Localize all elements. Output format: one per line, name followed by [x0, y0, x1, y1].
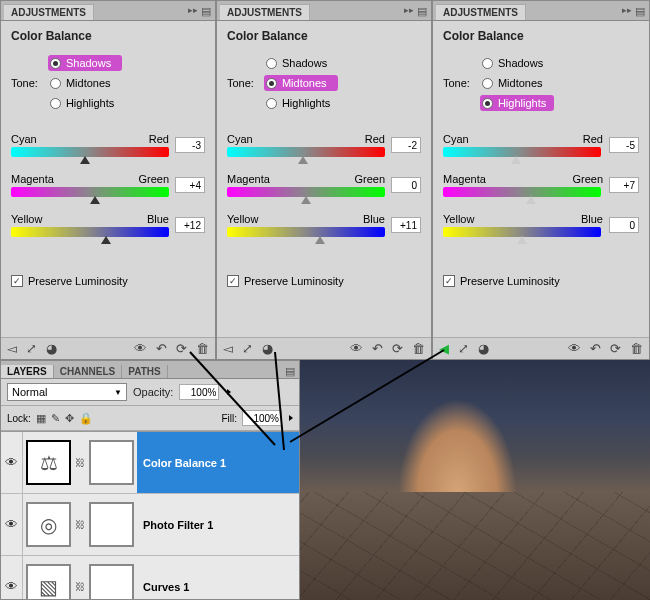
cyan-red-value[interactable]	[391, 137, 421, 153]
layer-name[interactable]: Photo Filter 1	[137, 494, 299, 555]
trash-icon[interactable]: 🗑	[196, 341, 209, 356]
eye-icon[interactable]: 👁	[134, 341, 147, 356]
blend-mode-select[interactable]: Normal ▼	[7, 383, 127, 401]
link-icon[interactable]: ⛓	[75, 457, 85, 468]
lock-position-icon[interactable]: ✥	[65, 412, 74, 425]
tone-highlights[interactable]: Highlights	[480, 95, 554, 111]
tab-paths[interactable]: PATHS	[122, 365, 167, 378]
clip-icon[interactable]: ◕	[46, 341, 57, 356]
slider-thumb-icon[interactable]	[511, 156, 521, 164]
mask-thumb[interactable]	[89, 440, 134, 485]
yellow-blue-slider[interactable]	[443, 227, 601, 237]
yellow-blue-value[interactable]	[609, 217, 639, 233]
slider-thumb-icon[interactable]	[101, 236, 111, 244]
magenta-green-value[interactable]	[175, 177, 205, 193]
layer-row[interactable]: 👁 ▧ ⛓ Curves 1	[1, 556, 299, 599]
slider-thumb-icon[interactable]	[517, 236, 527, 244]
magenta-green-slider[interactable]	[227, 187, 385, 197]
reset-icon[interactable]: ⟳	[610, 341, 621, 356]
tab-adjustments[interactable]: ADJUSTMENTS	[4, 4, 94, 20]
tone-midtones[interactable]: Midtones	[480, 75, 554, 91]
link-icon[interactable]: ⛓	[75, 581, 85, 592]
layer-row[interactable]: 👁 ⚖ ⛓ Color Balance 1	[1, 432, 299, 494]
opacity-flyout-icon[interactable]	[227, 389, 231, 395]
tone-shadows[interactable]: Shadows	[264, 55, 338, 71]
adjustment-thumb-icon[interactable]: ▧	[26, 564, 71, 599]
tab-adjustments[interactable]: ADJUSTMENTS	[436, 4, 526, 20]
slider-thumb-icon[interactable]	[526, 196, 536, 204]
prev-state-icon[interactable]: ↶	[372, 341, 383, 356]
magenta-green-value[interactable]	[391, 177, 421, 193]
collapse-icon[interactable]: ▸▸	[622, 5, 632, 18]
cyan-red-value[interactable]	[609, 137, 639, 153]
clip-icon[interactable]: ◕	[262, 341, 273, 356]
back-arrow-icon[interactable]: ◅	[223, 341, 233, 356]
adjustment-thumb-icon[interactable]: ◎	[26, 502, 71, 547]
visibility-toggle[interactable]: 👁	[1, 432, 23, 493]
slider-thumb-icon[interactable]	[301, 196, 311, 204]
lock-pixels-icon[interactable]: ✎	[51, 412, 60, 425]
tab-layers[interactable]: LAYERS	[1, 365, 54, 378]
panel-menu-icon[interactable]: ▤	[635, 5, 645, 18]
visibility-toggle[interactable]: 👁	[1, 556, 23, 599]
tone-highlights[interactable]: Highlights	[264, 95, 338, 111]
magenta-green-slider[interactable]	[443, 187, 601, 197]
trash-icon[interactable]: 🗑	[630, 341, 643, 356]
mask-thumb[interactable]	[89, 502, 134, 547]
tab-channels[interactable]: CHANNELS	[54, 365, 123, 378]
magenta-green-slider[interactable]	[11, 187, 169, 197]
slider-thumb-icon[interactable]	[298, 156, 308, 164]
tone-midtones[interactable]: Midtones	[264, 75, 338, 91]
preserve-luminosity-checkbox[interactable]: ✓ Preserve Luminosity	[11, 275, 205, 287]
tone-midtones[interactable]: Midtones	[48, 75, 122, 91]
yellow-blue-value[interactable]	[175, 217, 205, 233]
fill-input[interactable]	[242, 410, 282, 426]
adjustment-thumb-icon[interactable]: ⚖	[26, 440, 71, 485]
mask-thumb[interactable]	[89, 564, 134, 599]
slider-thumb-icon[interactable]	[90, 196, 100, 204]
visibility-toggle[interactable]: 👁	[1, 494, 23, 555]
cyan-red-value[interactable]	[175, 137, 205, 153]
cyan-red-slider[interactable]	[443, 147, 601, 157]
collapse-icon[interactable]: ▸▸	[404, 5, 414, 18]
lock-all-icon[interactable]: 🔒	[79, 412, 93, 425]
expand-icon[interactable]: ⤢	[26, 341, 37, 356]
cyan-red-slider[interactable]	[227, 147, 385, 157]
tone-shadows[interactable]: Shadows	[480, 55, 554, 71]
layer-name[interactable]: Curves 1	[137, 556, 299, 599]
preserve-luminosity-checkbox[interactable]: ✓ Preserve Luminosity	[227, 275, 421, 287]
fill-flyout-icon[interactable]	[289, 415, 293, 421]
panel-menu-icon[interactable]: ▤	[417, 5, 427, 18]
layer-name[interactable]: Color Balance 1	[137, 432, 299, 493]
lock-transparent-icon[interactable]: ▦	[36, 412, 46, 425]
yellow-blue-slider[interactable]	[227, 227, 385, 237]
panel-menu-icon[interactable]: ▤	[201, 5, 211, 18]
eye-icon[interactable]: 👁	[350, 341, 363, 356]
back-arrow-icon[interactable]: ◅	[7, 341, 17, 356]
reset-icon[interactable]: ⟳	[392, 341, 403, 356]
tone-shadows[interactable]: Shadows	[48, 55, 122, 71]
expand-icon[interactable]: ⤢	[242, 341, 253, 356]
layer-row[interactable]: 👁 ◎ ⛓ Photo Filter 1	[1, 494, 299, 556]
expand-icon[interactable]: ⤢	[458, 341, 469, 356]
clip-icon[interactable]: ◕	[478, 341, 489, 356]
link-icon[interactable]: ⛓	[75, 519, 85, 530]
prev-state-icon[interactable]: ↶	[590, 341, 601, 356]
trash-icon[interactable]: 🗑	[412, 341, 425, 356]
preserve-luminosity-checkbox[interactable]: ✓ Preserve Luminosity	[443, 275, 639, 287]
magenta-green-value[interactable]	[609, 177, 639, 193]
panel-menu-icon[interactable]: ▤	[281, 365, 299, 378]
opacity-input[interactable]	[179, 384, 219, 400]
slider-thumb-icon[interactable]	[315, 236, 325, 244]
collapse-icon[interactable]: ▸▸	[188, 5, 198, 18]
prev-state-icon[interactable]: ↶	[156, 341, 167, 356]
yellow-blue-slider[interactable]	[11, 227, 169, 237]
tone-highlights[interactable]: Highlights	[48, 95, 122, 111]
tab-adjustments[interactable]: ADJUSTMENTS	[220, 4, 310, 20]
slider-thumb-icon[interactable]	[80, 156, 90, 164]
reset-icon[interactable]: ⟳	[176, 341, 187, 356]
back-arrow-icon[interactable]: ◀	[439, 341, 449, 356]
cyan-red-slider[interactable]	[11, 147, 169, 157]
yellow-blue-value[interactable]	[391, 217, 421, 233]
eye-icon[interactable]: 👁	[568, 341, 581, 356]
